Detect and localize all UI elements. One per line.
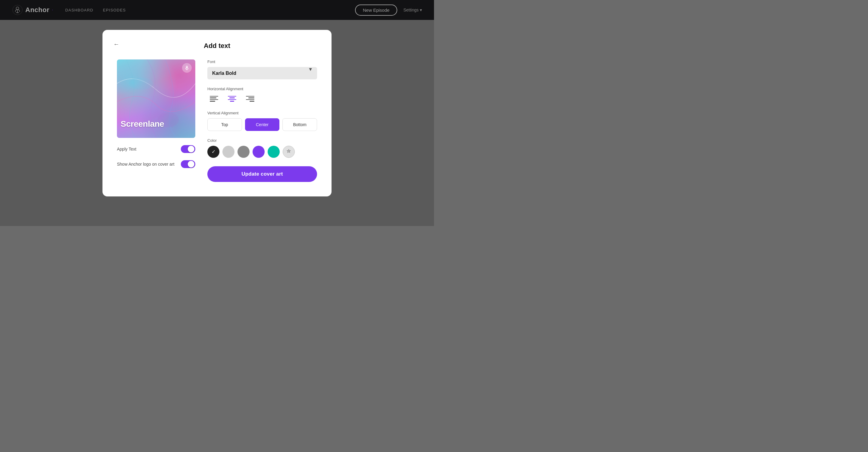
left-panel: Screenlane Apply Text Show Anchor logo o… (117, 59, 195, 182)
font-label: Font (207, 59, 317, 64)
back-arrow-icon: ← (113, 41, 119, 48)
color-section: Color ✓ (207, 138, 317, 158)
svg-point-4 (129, 78, 153, 90)
vertical-bottom-button[interactable]: Bottom (282, 118, 317, 131)
align-left-button[interactable] (207, 94, 221, 104)
color-swatches: ✓ (207, 146, 317, 158)
font-section: Font Karla Bold Roboto Open Sans Lato Mo… (207, 59, 317, 79)
cover-art-anchor-logo (182, 63, 192, 73)
cover-art-text-overlay: Screenlane (121, 119, 164, 129)
cover-art-preview: Screenlane (117, 59, 195, 138)
modal-body: Screenlane Apply Text Show Anchor logo o… (117, 59, 317, 182)
modal-title: Add text (117, 42, 317, 50)
color-swatch-gray[interactable] (238, 146, 250, 158)
show-logo-row: Show Anchor logo on cover art (117, 160, 195, 168)
svg-point-6 (186, 66, 188, 67)
show-logo-label: Show Anchor logo on cover art (117, 162, 175, 167)
vertical-top-button[interactable]: Top (207, 118, 242, 131)
color-swatch-lightgray[interactable] (222, 146, 235, 158)
horizontal-alignment-label: Horizontal Alignment (207, 87, 317, 91)
horizontal-alignment-section: Horizontal Alignment (207, 87, 317, 104)
color-swatch-teal[interactable] (268, 146, 280, 158)
alignment-buttons (207, 94, 317, 104)
color-selected-check: ✓ (212, 149, 216, 154)
color-swatch-purple[interactable] (253, 146, 265, 158)
apply-text-toggle[interactable] (181, 145, 195, 153)
vertical-center-button[interactable]: Center (245, 118, 280, 131)
vertical-buttons: Top Center Bottom (207, 118, 317, 131)
apply-text-row: Apply Text (117, 145, 195, 153)
right-panel: Font Karla Bold Roboto Open Sans Lato Mo… (207, 59, 317, 182)
font-select[interactable]: Karla Bold Roboto Open Sans Lato Montser… (207, 67, 317, 79)
color-swatch-black[interactable]: ✓ (207, 146, 219, 158)
vertical-alignment-label: Vertical Alignment (207, 111, 317, 115)
show-logo-toggle[interactable] (181, 160, 195, 168)
align-right-button[interactable] (244, 94, 257, 104)
modal-add-text: ← Add text (102, 30, 332, 196)
modal-overlay: ← Add text (0, 0, 434, 226)
back-button[interactable]: ← (113, 41, 119, 48)
apply-text-label: Apply Text (117, 147, 136, 151)
color-label: Color (207, 138, 317, 143)
align-center-button[interactable] (225, 94, 239, 104)
vertical-alignment-section: Vertical Alignment Top Center Bottom (207, 111, 317, 131)
update-cover-art-button[interactable]: Update cover art (207, 166, 317, 182)
color-picker-button[interactable] (283, 146, 295, 158)
